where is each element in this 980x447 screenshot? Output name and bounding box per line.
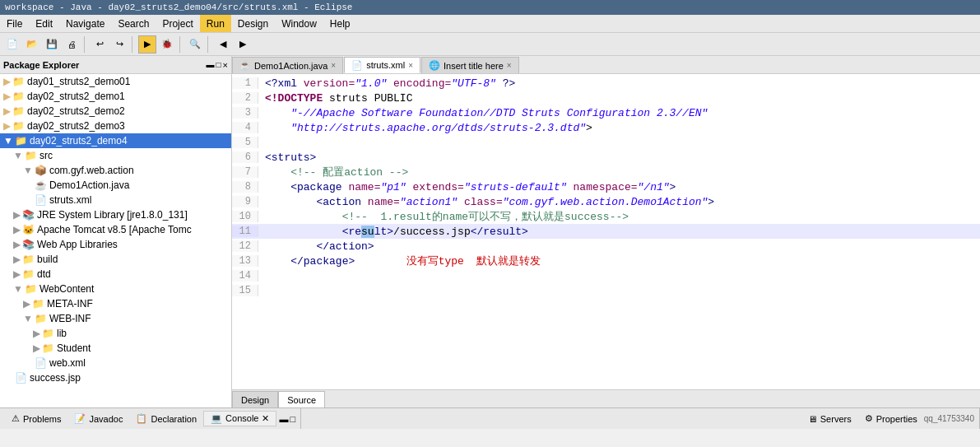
tree-item-lib[interactable]: ▶ 📁 lib [0, 326, 231, 341]
toolbar-run[interactable]: ▶ [138, 35, 156, 54]
tree-item-src[interactable]: ▼ 📁 src [0, 148, 231, 163]
tree-label: day02_struts2_demo3 [27, 120, 125, 132]
code-line-7: 7 <!-- 配置action --> [232, 165, 980, 179]
tree-item-day02-2[interactable]: ▶ 📁 day02_struts2_demo2 [0, 104, 231, 119]
tree-item-demo1action[interactable]: ☕ Demo1Action.java [0, 178, 231, 193]
tree-item-build[interactable]: ▶ 📁 build [0, 252, 231, 267]
tree-item-webapp-libs[interactable]: ▶ 📚 Web App Libraries [0, 237, 231, 252]
menu-window[interactable]: Window [275, 15, 323, 32]
editor-design-source-tabs: Design Source [232, 389, 980, 407]
tab-demo1action[interactable]: ☕ Demo1Action.java × [232, 57, 343, 73]
folder-expand-icon: ▶ [13, 209, 21, 221]
java-icon: ☕ [35, 179, 47, 191]
tree-item-day01[interactable]: ▶ 📁 day01_struts2_demo01 [0, 74, 231, 89]
tab-close-demo1action[interactable]: × [331, 61, 336, 70]
tree-label: com.gyf.web.action [49, 165, 134, 176]
package-icon: 📦 [35, 165, 47, 176]
tree-item-jre[interactable]: ▶ 📚 JRE System Library [jre1.8.0_131] [0, 207, 231, 222]
menu-file[interactable]: File [0, 15, 29, 32]
tree-item-day02-4[interactable]: ▼ 📁 day02_struts2_demo4 [0, 133, 231, 148]
tree-label: Student [57, 342, 91, 354]
toolbar-undo[interactable]: ↩ [91, 35, 109, 54]
folder-icon6: 📁 [25, 283, 37, 295]
properties-label: Properties [876, 414, 917, 424]
servers-section: 🖥 Servers ⚙ Properties qq_41753340 [797, 408, 980, 429]
tree-item-struts-xml[interactable]: 📄 struts.xml [0, 193, 231, 207]
editor-area: ☕ Demo1Action.java × 📄 struts.xml × 🌐 In… [232, 56, 980, 407]
javadoc-tab[interactable]: 📝 Javadoc [67, 412, 129, 426]
tree-item-webcontent[interactable]: ▼ 📁 WebContent [0, 282, 231, 296]
tab-insert-title[interactable]: 🌐 Insert title here × [421, 57, 519, 73]
folder-expand-icon: ▶ [33, 328, 40, 339]
tree-item-tomcat[interactable]: ▶ 🐱 Apache Tomcat v8.5 [Apache Tomc [0, 222, 231, 237]
declaration-tab[interactable]: 📋 Declaration [129, 412, 203, 426]
menu-search[interactable]: Search [111, 15, 156, 32]
toolbar-debug[interactable]: 🐞 [158, 35, 176, 54]
folder-icon2: 📁 [12, 76, 25, 87]
menu-help[interactable]: Help [323, 15, 357, 32]
tab-design[interactable]: Design [232, 391, 278, 407]
console-label: Console ✕ [225, 413, 268, 424]
tree-item-day02-1[interactable]: ▶ 📁 day02_struts2_demo1 [0, 89, 231, 104]
tree-item-successjsp[interactable]: 📄 success.jsp [0, 370, 231, 385]
folder-icon: ▶ [3, 105, 11, 117]
menu-edit[interactable]: Edit [29, 15, 59, 32]
line-number: 10 [232, 211, 258, 222]
tab-close-struts-xml[interactable]: × [408, 61, 413, 70]
toolbar-forward[interactable]: ▶ [234, 35, 252, 54]
sidebar-maximize[interactable]: □ [216, 60, 221, 70]
console-tab[interactable]: 💻 Console ✕ [203, 411, 276, 426]
toolbar-back[interactable]: ◀ [214, 35, 232, 54]
tab-close-title[interactable]: × [507, 61, 512, 70]
tree-item-day02-3[interactable]: ▶ 📁 day02_struts2_demo3 [0, 119, 231, 133]
line-content [258, 270, 272, 282]
toolbar-sep1 [84, 36, 87, 53]
line-number: 7 [232, 166, 258, 178]
toolbar-new[interactable]: 📄 [3, 35, 21, 54]
toolbar-sep3 [179, 36, 183, 53]
folder-icon5: 📁 [22, 268, 35, 280]
file-tree: ▶ 📁 day01_struts2_demo01 ▶ 📁 day02_strut… [0, 74, 231, 407]
package-explorer-header: Package Explorer ▬ □ × [0, 56, 231, 74]
properties-tab[interactable]: ⚙ Properties [858, 412, 924, 426]
tree-item-metainf[interactable]: ▶ 📁 META-INF [0, 296, 231, 311]
menu-navigate[interactable]: Navigate [59, 15, 111, 32]
tree-label: struts.xml [49, 194, 91, 206]
toolbar-save[interactable]: 💾 [43, 35, 61, 54]
sidebar-minimize[interactable]: ▬ [207, 60, 215, 70]
tree-label: web.xml [49, 357, 86, 369]
tree-item-student[interactable]: ▶ 📁 Student [0, 341, 231, 356]
tab-struts-xml[interactable]: 📄 struts.xml × [344, 57, 420, 73]
toolbar-open[interactable]: 📂 [23, 35, 41, 54]
tree-item-webxml[interactable]: 📄 web.xml [0, 356, 231, 370]
line-number: 13 [232, 255, 258, 267]
javadoc-icon: 📝 [74, 413, 86, 424]
folder-icon2: 📁 [12, 105, 25, 117]
folder-icon4: 📁 [22, 254, 35, 265]
javadoc-label: Javadoc [89, 414, 123, 424]
code-editor[interactable]: 1 <?xml version="1.0" encoding="UTF-8" ?… [232, 74, 980, 389]
menu-project[interactable]: Project [156, 15, 199, 32]
tree-label: Apache Tomcat v8.5 [Apache Tomc [37, 224, 192, 235]
problems-tab[interactable]: ⚠ Problems [5, 412, 67, 426]
toolbar-redo[interactable]: ↪ [110, 35, 128, 54]
tree-item-webinf[interactable]: ▼ 📁 WEB-INF [0, 311, 231, 326]
title-text: workspace - Java - day02_struts2_demo04/… [5, 2, 352, 12]
title-bar: workspace - Java - day02_struts2_demo04/… [0, 0, 980, 15]
package-explorer-title: Package Explorer [3, 60, 79, 70]
toolbar-print[interactable]: 🖨 [63, 35, 81, 54]
console-maximize[interactable]: □ [290, 414, 296, 424]
java-tab-icon: ☕ [239, 60, 251, 71]
console-icon: 💻 [211, 413, 222, 424]
servers-tab[interactable]: 🖥 Servers [801, 412, 858, 426]
line-content [258, 285, 272, 297]
console-minimize[interactable]: ▬ [280, 414, 289, 424]
tree-item-dtd[interactable]: ▶ 📁 dtd [0, 267, 231, 282]
tab-source[interactable]: Source [278, 391, 325, 407]
folder-icon2: 📁 [12, 91, 25, 102]
menu-run[interactable]: Run [200, 15, 231, 32]
sidebar-close[interactable]: × [223, 60, 228, 70]
menu-design[interactable]: Design [231, 15, 275, 32]
tree-item-package[interactable]: ▼ 📦 com.gyf.web.action [0, 163, 231, 178]
toolbar-search[interactable]: 🔍 [186, 35, 204, 54]
